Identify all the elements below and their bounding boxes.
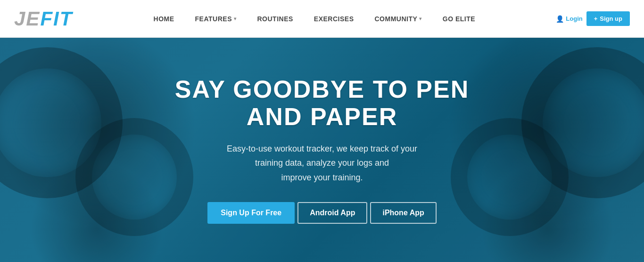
header: JEFIT HOME FEATURES ▾ ROUTINES EXERCISES… [0,0,644,38]
main-nav: HOME FEATURES ▾ ROUTINES EXERCISES COMMU… [73,15,556,23]
signup-button[interactable]: + Sign up [586,11,630,26]
login-button[interactable]: 👤 Login [556,15,582,23]
logo-je: JE [14,8,40,30]
nav-item-go-elite[interactable]: GO ELITE [432,15,486,23]
nav-item-features[interactable]: FEATURES ▾ [185,15,247,23]
hero-title: SAY GOODBYE TO PEN AND PAPER [166,76,478,130]
nav-item-community[interactable]: COMMUNITY ▾ [364,15,432,23]
hero-subtitle: Easy-to-use workout tracker, we keep tra… [166,142,478,185]
nav-item-exercises[interactable]: EXERCISES [304,15,364,23]
chevron-down-icon-community: ▾ [419,16,422,21]
nav-item-routines[interactable]: ROUTINES [247,15,303,23]
user-plus-icon: + [594,15,598,22]
android-app-button[interactable]: Android App [297,202,367,224]
logo-fit: FIT [40,8,73,30]
header-actions: 👤 Login + Sign up [556,11,630,26]
hero-section: SAY GOODBYE TO PEN AND PAPER Easy-to-use… [0,38,644,262]
chevron-down-icon: ▾ [234,16,237,21]
iphone-app-button[interactable]: iPhone App [370,202,436,224]
nav-item-home[interactable]: HOME [143,15,185,23]
logo[interactable]: JEFIT [14,8,73,30]
hero-buttons: Sign Up For Free Android App iPhone App [166,202,478,224]
hero-content: SAY GOODBYE TO PEN AND PAPER Easy-to-use… [157,76,487,223]
user-icon: 👤 [556,15,564,23]
signup-free-button[interactable]: Sign Up For Free [207,202,295,224]
